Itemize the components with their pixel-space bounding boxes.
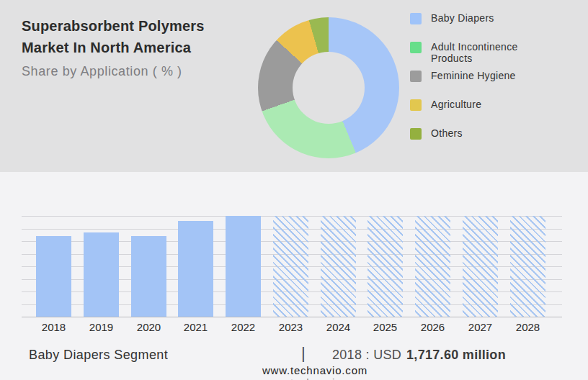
x-axis-label-2019: 2019 <box>80 321 123 333</box>
header-section: Superabsorbent Polymers Market In North … <box>0 0 588 172</box>
title-block: Superabsorbent Polymers Market In North … <box>22 15 238 79</box>
bar-2020 <box>131 236 166 317</box>
legend-swatch <box>410 71 422 82</box>
bar-2022 <box>226 216 261 317</box>
website-text: www.technavio.com <box>262 364 368 376</box>
x-axis-label-2020: 2020 <box>128 321 171 333</box>
legend-label: Agriculture <box>431 99 481 110</box>
x-axis-label-2023: 2023 <box>270 321 313 333</box>
x-axis-label-2027: 2027 <box>459 321 502 333</box>
forecast-bar-2024 <box>321 216 356 317</box>
legend-item: Feminine Hygiene <box>410 70 516 82</box>
footer-separator: | <box>301 344 306 363</box>
segment-label: Baby Diapers Segment <box>29 348 168 363</box>
legend-label: Feminine Hygiene <box>431 70 516 81</box>
chart-subtitle: Share by Application ( % ) <box>22 64 238 79</box>
legend-swatch <box>410 42 422 53</box>
bar-2019 <box>84 232 119 317</box>
x-axis-label-2026: 2026 <box>411 321 455 333</box>
legend-swatch <box>410 128 422 140</box>
x-axis-baseline <box>22 317 562 317</box>
legend-item: Adult Incontinence Products <box>410 41 518 64</box>
legend-item: Baby Diapers <box>410 12 494 24</box>
x-axis-label-2025: 2025 <box>364 321 407 333</box>
x-axis-label-2021: 2021 <box>174 321 218 333</box>
bar-2018 <box>36 236 71 317</box>
x-axis-label-2028: 2028 <box>507 321 550 333</box>
forecast-bar-2027 <box>463 216 498 317</box>
donut-hole <box>293 52 365 124</box>
forecast-bar-2026 <box>415 216 450 317</box>
legend-swatch <box>410 99 422 111</box>
legend-item: Others <box>410 127 463 140</box>
legend-item: Agriculture <box>410 99 481 111</box>
x-axis-label-2022: 2022 <box>222 321 265 333</box>
chart-title-line2: Market In North America <box>22 37 238 58</box>
donut-legend: Baby DiapersAdult Incontinence ProductsF… <box>410 0 583 172</box>
legend-swatch <box>410 13 422 24</box>
x-axis-label-2024: 2024 <box>317 321 360 333</box>
donut-chart <box>258 17 399 158</box>
legend-label: Others <box>431 127 463 139</box>
forecast-bar-2023 <box>273 216 308 317</box>
stat-line: 2018 : USD1,717.60 million <box>332 348 506 363</box>
website-text-cutoff-artifact: www.technavio.com <box>262 376 368 380</box>
legend-label: Baby Diapers <box>431 12 494 24</box>
forecast-bar-2025 <box>368 216 403 317</box>
forecast-bar-2028 <box>510 216 545 317</box>
bar-2021 <box>178 221 213 317</box>
legend-label: Adult Incontinence Products <box>431 41 518 64</box>
x-axis-label-2018: 2018 <box>32 321 76 333</box>
stat-prefix: 2018 : USD <box>332 348 401 362</box>
stat-value: 1,717.60 million <box>406 348 506 362</box>
chart-title-line1: Superabsorbent Polymers <box>22 15 238 37</box>
